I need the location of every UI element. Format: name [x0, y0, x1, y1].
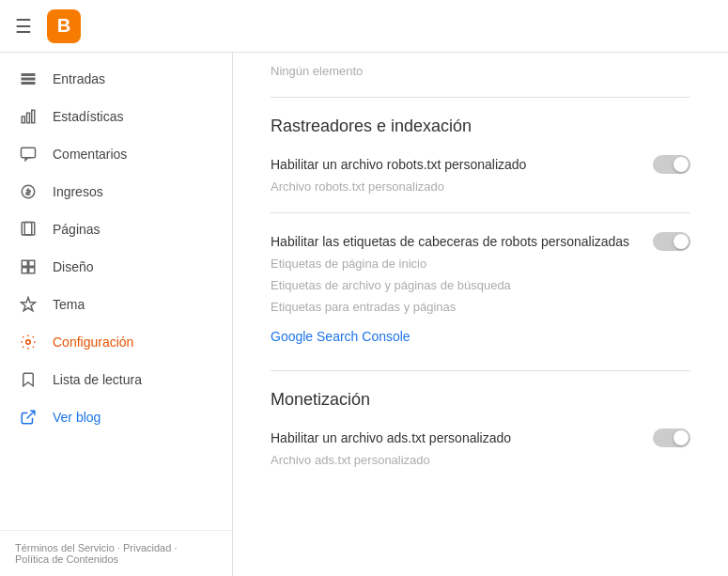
google-search-console-link[interactable]: Google Search Console	[271, 329, 410, 344]
sidebar-label-diseno: Diseño	[53, 259, 206, 274]
svg-marker-15	[22, 298, 36, 311]
sidebar-item-configuracion[interactable]: Configuración	[0, 323, 225, 361]
sidebar-item-lista-lectura[interactable]: Lista de lectura	[0, 361, 225, 398]
svg-line-17	[27, 411, 35, 418]
terms-link[interactable]: Términos del Servicio	[15, 542, 115, 553]
svg-rect-10	[24, 223, 35, 236]
setting-robots-txt: Habilitar un archivo robots.txt personal…	[271, 155, 690, 194]
logo-letter: B	[57, 15, 70, 37]
setting-label-robots-txt: Habilitar un archivo robots.txt personal…	[271, 157, 526, 172]
setting-ads-txt: Habilitar un archivo ads.txt personaliza…	[271, 428, 690, 467]
setting-sub-ads-txt: Archivo ads.txt personalizado	[271, 453, 690, 467]
main-content: Ningún elemento Rastreadores e indexació…	[233, 53, 728, 576]
sidebar-item-entradas[interactable]: Entradas	[0, 60, 225, 98]
svg-rect-4	[27, 113, 30, 123]
section-rastreadores: Rastreadores e indexación Habilitar un a…	[271, 117, 690, 351]
blogger-logo[interactable]: B	[47, 9, 81, 43]
sidebar: Entradas Estadísticas Comentarios Ingres…	[0, 53, 233, 576]
robots-divider	[271, 212, 690, 213]
sidebar-label-lista-lectura: Lista de lectura	[53, 372, 206, 387]
sidebar-item-diseno[interactable]: Diseño	[0, 248, 225, 286]
sidebar-label-configuracion: Configuración	[53, 335, 206, 350]
svg-rect-0	[22, 74, 35, 76]
toggle-ads-txt[interactable]	[653, 428, 690, 447]
sidebar-label-tema: Tema	[53, 297, 206, 312]
sidebar-item-ver-blog[interactable]: Ver blog	[0, 398, 225, 436]
sidebar-item-ingresos[interactable]: Ingresos	[0, 173, 225, 210]
sidebar-label-ingresos: Ingresos	[53, 184, 206, 199]
privacy-link[interactable]: Privacidad	[123, 542, 171, 553]
setting-sub-entry-tags: Etiquetas para entradas y páginas	[271, 300, 690, 314]
chat-icon	[19, 145, 38, 163]
sidebar-label-comentarios: Comentarios	[53, 147, 206, 162]
external-link-icon	[19, 408, 38, 427]
section-title-monetizacion: Monetización	[271, 390, 690, 410]
header: ☰ B	[0, 0, 728, 53]
sidebar-label-entradas: Entradas	[53, 71, 206, 86]
setting-robots-headers: Habilitar las etiquetas de cabeceras de …	[271, 232, 690, 314]
section-monetizacion: Monetización Habilitar un archivo ads.tx…	[271, 390, 690, 467]
svg-rect-6	[22, 148, 36, 158]
setting-sub-archive-tags: Etiquetas de archivo y páginas de búsque…	[271, 278, 690, 292]
sidebar-item-comentarios[interactable]: Comentarios	[0, 135, 225, 173]
sidebar-label-ver-blog: Ver blog	[53, 410, 206, 425]
sidebar-item-estadisticas[interactable]: Estadísticas	[0, 98, 225, 135]
setting-label-robots-headers: Habilitar las etiquetas de cabeceras de …	[271, 234, 629, 249]
setting-sub-robots-txt: Archivo robots.txt personalizado	[271, 179, 690, 194]
svg-point-16	[26, 340, 31, 345]
svg-rect-14	[29, 268, 35, 273]
setting-label-ads-txt: Habilitar un archivo ads.txt personaliza…	[271, 430, 511, 445]
svg-rect-3	[22, 117, 24, 123]
svg-rect-11	[22, 260, 27, 266]
svg-rect-13	[22, 268, 27, 273]
barchart-icon	[19, 107, 38, 126]
gear-icon	[19, 333, 38, 351]
setting-sub-homepage-tags: Etiquetas de página de inicio	[271, 257, 690, 271]
toggle-robots-txt[interactable]	[653, 155, 690, 174]
sidebar-label-paginas: Páginas	[53, 222, 206, 237]
setting-robots-headers-row: Habilitar las etiquetas de cabeceras de …	[271, 232, 690, 251]
setting-ads-txt-row: Habilitar un archivo ads.txt personaliza…	[271, 428, 690, 447]
bookmark-icon	[19, 370, 38, 389]
design-icon	[19, 257, 38, 276]
svg-rect-1	[22, 78, 35, 80]
pages-icon	[19, 220, 38, 239]
content-policy-link[interactable]: Política de Contenidos	[15, 553, 118, 565]
section-title-rastreadores: Rastreadores e indexación	[271, 117, 690, 136]
top-divider	[271, 97, 690, 98]
toggle-robots-headers[interactable]	[653, 232, 690, 251]
sidebar-label-estadisticas: Estadísticas	[53, 109, 206, 124]
top-gray-text: Ningún elemento	[271, 64, 690, 78]
tema-icon	[19, 295, 38, 314]
sidebar-item-paginas[interactable]: Páginas	[0, 210, 225, 248]
section-divider-monetizacion	[271, 370, 690, 371]
svg-rect-5	[32, 110, 35, 123]
menu-icon[interactable]: ☰	[15, 15, 32, 38]
setting-robots-txt-row: Habilitar un archivo robots.txt personal…	[271, 155, 690, 174]
app-layout: Entradas Estadísticas Comentarios Ingres…	[0, 53, 728, 576]
sidebar-item-tema[interactable]: Tema	[0, 286, 225, 323]
svg-rect-2	[22, 83, 35, 85]
sidebar-footer: Términos del Servicio · Privacidad · Pol…	[0, 530, 232, 576]
list-icon	[19, 70, 38, 88]
svg-rect-12	[29, 260, 35, 266]
svg-rect-9	[22, 223, 32, 236]
dollar-icon	[19, 182, 38, 201]
